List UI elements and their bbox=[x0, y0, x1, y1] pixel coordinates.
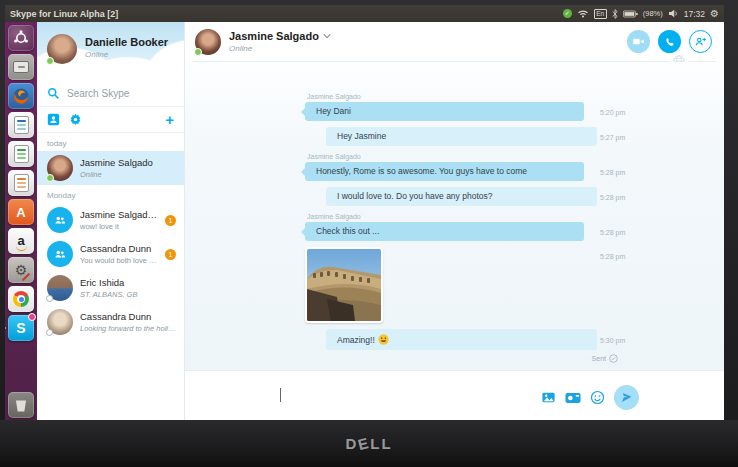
avatar[interactable] bbox=[47, 34, 77, 64]
skype-glyph: S bbox=[16, 320, 25, 336]
section-label: Monday bbox=[37, 185, 184, 203]
conversation-item[interactable]: Cassandra DunnYou would both love it her… bbox=[37, 237, 184, 271]
send-button[interactable] bbox=[614, 385, 639, 410]
video-camera-icon bbox=[632, 35, 645, 48]
add-contact-plus-icon[interactable]: + bbox=[165, 114, 174, 126]
video-message-icon[interactable] bbox=[565, 392, 581, 404]
session-menu-gear-icon[interactable]: ⚙ bbox=[710, 9, 719, 19]
message-row: Honestly, Rome is so awesome. You guys h… bbox=[305, 162, 724, 181]
conversation-item[interactable]: Eric IshidaST. ALBANS, GB bbox=[37, 271, 184, 305]
outgoing-message-bubble: I would love to. Do you have any photos? bbox=[326, 187, 597, 206]
search-input[interactable]: Search Skype bbox=[37, 80, 184, 106]
presence-online-badge bbox=[194, 48, 202, 56]
chat-status: Online bbox=[229, 44, 331, 53]
add-participant-button[interactable] bbox=[689, 30, 712, 53]
ubuntu-menubar: Skype for Linux Alpha [2] ✓ En (98%) bbox=[5, 5, 724, 22]
clock[interactable]: 17:32 bbox=[684, 9, 705, 19]
launcher-item-amazon[interactable]: a bbox=[8, 228, 34, 254]
launcher-item-chrome[interactable] bbox=[8, 286, 34, 312]
message-timestamp: 5:20 pm bbox=[600, 108, 625, 115]
send-photo-icon[interactable] bbox=[541, 390, 556, 405]
bluetooth-icon[interactable] bbox=[612, 9, 618, 19]
skype-sidebar: Danielle Booker Online Search Skype bbox=[37, 22, 185, 420]
phone-icon bbox=[664, 36, 676, 48]
skype-status-tray-icon[interactable]: ✓ bbox=[563, 9, 572, 18]
chrome-logo-icon bbox=[13, 291, 29, 307]
skype-window: Danielle Booker Online Search Skype bbox=[37, 22, 724, 420]
ubuntu-logo-icon bbox=[13, 30, 29, 46]
search-placeholder: Search Skype bbox=[67, 88, 129, 99]
message-history: Jasmine SalgadoHey Dani5:20 pmHey Jasmin… bbox=[185, 62, 724, 370]
conversation-item[interactable]: Jasmine Salgado, Cassan...wow! love it1 bbox=[37, 203, 184, 237]
avatar bbox=[47, 155, 73, 181]
group-avatar-icon bbox=[53, 213, 67, 227]
incoming-message-bubble: Check this out ... bbox=[305, 222, 584, 241]
keyboard-layout-indicator[interactable]: En bbox=[594, 9, 607, 19]
colosseum-photo[interactable] bbox=[307, 249, 381, 321]
message-row: I would love to. Do you have any photos?… bbox=[305, 187, 724, 206]
launcher-item-firefox[interactable] bbox=[8, 83, 34, 109]
delivery-status: Sent bbox=[326, 354, 618, 363]
launcher-item-ubuntu-dash[interactable] bbox=[8, 25, 34, 51]
photo-message[interactable] bbox=[305, 247, 383, 323]
presence-online-badge bbox=[46, 57, 54, 65]
battery-icon[interactable] bbox=[623, 10, 638, 18]
message-row: Check this out ...5:28 pm bbox=[305, 222, 724, 241]
contacts-icon[interactable] bbox=[47, 113, 60, 126]
launcher-item-skype[interactable]: S bbox=[8, 315, 34, 341]
video-call-button[interactable] bbox=[627, 30, 650, 53]
writer-doc-icon bbox=[14, 116, 29, 134]
running-app-marker bbox=[5, 324, 6, 332]
message-timestamp: 5:28 pm bbox=[600, 253, 625, 260]
presence-online-badge bbox=[46, 174, 54, 182]
chevron-down-icon[interactable] bbox=[323, 33, 331, 39]
profile-header[interactable]: Danielle Booker Online bbox=[37, 22, 184, 80]
dell-logo: DELL bbox=[345, 435, 392, 452]
files-icon bbox=[13, 61, 29, 73]
send-plane-icon bbox=[620, 391, 633, 404]
conversation-item[interactable]: Cassandra DunnLooking forward to the hol… bbox=[37, 305, 184, 339]
ubuntu-software-glyph: A bbox=[16, 205, 25, 220]
conversation-item[interactable]: Jasmine SalgadoOnline bbox=[37, 151, 184, 185]
firefox-icon bbox=[12, 87, 30, 105]
voice-call-button[interactable] bbox=[658, 30, 681, 53]
unity-launcher: Aa⚙S bbox=[5, 22, 37, 420]
chat-panel: Jasmine Salgado Online bbox=[185, 22, 724, 420]
volume-icon[interactable] bbox=[668, 9, 679, 18]
message-sender-label: Jasmine Salgado bbox=[307, 93, 724, 100]
section-label: today bbox=[37, 133, 184, 151]
search-icon bbox=[47, 87, 60, 100]
screen: Skype for Linux Alpha [2] ✓ En (98%) bbox=[5, 5, 724, 420]
trash-icon bbox=[15, 399, 27, 412]
launcher-item-libreoffice-impress[interactable] bbox=[8, 170, 34, 196]
launcher-item-libreoffice-writer[interactable] bbox=[8, 112, 34, 138]
outgoing-message-bubble: Amazing!! bbox=[326, 329, 597, 350]
message-timestamp: 5:27 pm bbox=[600, 133, 625, 140]
conversation-preview: Looking forward to the holidays bbox=[80, 324, 178, 333]
group-avatar-icon bbox=[53, 247, 67, 261]
conversation-preview: You would both love it here - we're havi… bbox=[80, 256, 158, 265]
launcher-item-files[interactable] bbox=[8, 54, 34, 80]
conversation-name: Cassandra Dunn bbox=[80, 243, 158, 254]
avatar bbox=[47, 275, 73, 301]
wifi-icon[interactable] bbox=[577, 9, 589, 18]
message-sender-label: Jasmine Salgado bbox=[307, 153, 724, 160]
launcher-item-ubuntu-software[interactable]: A bbox=[8, 199, 34, 225]
emoticon-picker-icon[interactable] bbox=[590, 390, 605, 405]
conversation-preview: Online bbox=[80, 170, 178, 179]
avatar bbox=[47, 207, 73, 233]
launcher-item-trash[interactable] bbox=[8, 392, 34, 418]
impress-doc-icon bbox=[14, 174, 29, 192]
settings-gear-icon[interactable] bbox=[69, 113, 82, 126]
incoming-message-bubble: Honestly, Rome is so awesome. You guys h… bbox=[305, 162, 584, 181]
launcher-notification-badge bbox=[28, 313, 36, 321]
launcher-item-system-settings[interactable]: ⚙ bbox=[8, 257, 34, 283]
presence-offline-badge bbox=[46, 329, 53, 336]
launcher-item-libreoffice-calc[interactable] bbox=[8, 141, 34, 167]
message-timestamp: 5:28 pm bbox=[600, 193, 625, 200]
message-input[interactable] bbox=[265, 371, 564, 420]
grinning-face-emoji bbox=[378, 334, 389, 345]
sent-check-icon bbox=[609, 354, 618, 363]
composer bbox=[185, 370, 724, 420]
chat-avatar[interactable] bbox=[195, 29, 221, 55]
